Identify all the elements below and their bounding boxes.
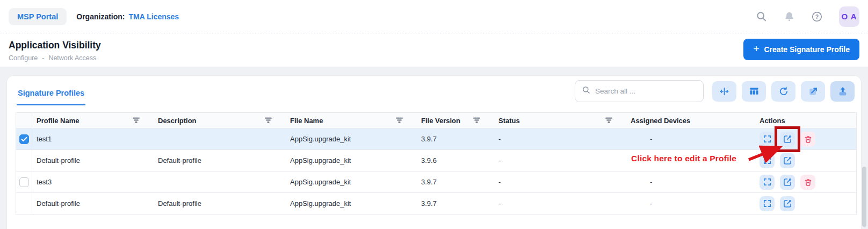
column-header[interactable]: Actions: [755, 117, 856, 125]
cell-actions: [755, 153, 856, 168]
column-label: Description: [158, 117, 197, 125]
cell-file-name: AppSig.upgrade_kit: [286, 135, 417, 143]
page-title: Application Visibility: [9, 40, 101, 51]
breadcrumb-configure[interactable]: Configure: [9, 54, 38, 62]
msp-portal-button[interactable]: MSP Portal: [9, 8, 67, 25]
breadcrumb-separator: -: [42, 54, 44, 62]
bell-icon[interactable]: [783, 11, 795, 23]
table-row[interactable]: test1 AppSig.upgrade_kit 3.9.7 - -: [16, 128, 857, 150]
cell-file-name: AppSig.upgrade_kit: [286, 156, 417, 164]
cell-file-version: 3.9.7: [417, 199, 494, 207]
column-header[interactable]: Status: [494, 117, 626, 125]
cell-profile-name: test1: [32, 135, 154, 143]
search-box[interactable]: [575, 80, 704, 102]
organization-value-link[interactable]: TMA Licenses: [129, 12, 179, 21]
table-row[interactable]: Default-profile Default-profile AppSig.u…: [16, 193, 857, 214]
search-icon[interactable]: [755, 11, 767, 23]
search-input-icon: [582, 85, 591, 97]
column-label: Status: [498, 117, 520, 125]
edit-icon[interactable]: [780, 196, 795, 211]
cell-status: -: [494, 156, 626, 164]
column-label: File Name: [290, 117, 323, 125]
header-checkbox-column: [16, 113, 32, 128]
column-label: Assigned Devices: [631, 117, 690, 125]
column-header[interactable]: File Version: [417, 117, 494, 125]
delete-icon[interactable]: [800, 175, 815, 190]
signature-profiles-table: Profile Name Description File Name File …: [16, 112, 857, 214]
svg-text:?: ?: [815, 13, 819, 19]
filter-icon[interactable]: [265, 117, 272, 125]
page-header: Application Visibility Configure - Netwo…: [0, 33, 868, 67]
table-header-row: Profile Name Description File Name File …: [16, 112, 857, 128]
open-external-icon[interactable]: [801, 81, 825, 102]
cell-actions: [755, 175, 856, 190]
row-checkbox[interactable]: [19, 177, 29, 187]
edit-icon[interactable]: [780, 175, 795, 190]
expand-icon[interactable]: [760, 153, 775, 168]
filter-icon[interactable]: [473, 117, 480, 125]
signature-profiles-card: Signature Profiles: [6, 75, 862, 229]
topbar: MSP Portal Organization: TMA Licenses ? …: [0, 0, 868, 33]
organization: Organization: TMA Licenses: [76, 12, 179, 21]
table-row[interactable]: test3 AppSig.upgrade_kit 3.9.7 - -: [16, 171, 857, 193]
column-resize-icon[interactable]: [712, 81, 736, 102]
cell-status: -: [494, 178, 626, 186]
cell-file-version: 3.9.7: [417, 178, 494, 186]
table-row[interactable]: Default-profile Default-profile AppSig.u…: [16, 150, 857, 171]
table-body: test1 AppSig.upgrade_kit 3.9.7 - -: [16, 128, 857, 214]
cell-status: -: [494, 135, 626, 143]
expand-icon[interactable]: [760, 175, 775, 190]
column-label: File Version: [421, 117, 460, 125]
plus-icon: +: [753, 43, 759, 55]
cell-description: Default-profile: [154, 199, 286, 207]
upload-icon[interactable]: [830, 81, 855, 102]
cell-status: -: [494, 199, 626, 207]
filter-icon[interactable]: [133, 117, 140, 125]
columns-icon[interactable]: [742, 81, 766, 102]
column-label: Profile Name: [37, 117, 79, 125]
column-header[interactable]: File Name: [286, 117, 417, 125]
tab-signature-profiles[interactable]: Signature Profiles: [17, 76, 85, 105]
cell-file-version: 3.9.7: [417, 135, 494, 143]
delete-icon[interactable]: [800, 132, 815, 147]
refresh-icon[interactable]: [771, 81, 795, 102]
column-header[interactable]: Profile Name: [32, 117, 154, 125]
avatar[interactable]: O A: [839, 6, 859, 27]
help-icon[interactable]: ?: [811, 11, 823, 23]
create-signature-profile-button[interactable]: + Create Signature Profile: [743, 39, 859, 60]
create-button-label: Create Signature Profile: [764, 45, 850, 54]
row-checkbox[interactable]: [19, 134, 29, 144]
expand-icon[interactable]: [760, 196, 775, 211]
cell-description: Default-profile: [154, 156, 286, 164]
organization-label: Organization:: [76, 12, 125, 21]
column-header[interactable]: Description: [154, 117, 286, 125]
main-content: Signature Profiles: [0, 67, 868, 229]
cell-assigned-devices: -: [626, 178, 755, 186]
edit-icon[interactable]: [780, 132, 795, 147]
filter-icon[interactable]: [396, 117, 403, 125]
cell-file-name: AppSig.upgrade_kit: [286, 178, 417, 186]
breadcrumb-network-access[interactable]: Network Access: [48, 54, 96, 62]
cell-assigned-devices: -: [626, 199, 755, 207]
cell-file-name: AppSig.upgrade_kit: [286, 199, 417, 207]
filter-icon[interactable]: [605, 117, 612, 125]
column-label: Actions: [760, 117, 785, 125]
search-input[interactable]: [595, 87, 697, 95]
column-header[interactable]: Assigned Devices: [626, 117, 755, 125]
cell-file-version: 3.9.6: [417, 156, 494, 164]
cell-assigned-devices: -: [626, 135, 755, 143]
edit-icon[interactable]: [780, 153, 795, 168]
expand-icon[interactable]: [760, 132, 775, 147]
breadcrumb: Configure - Network Access: [9, 54, 101, 62]
cell-actions: [755, 132, 856, 147]
cell-profile-name: test3: [32, 178, 154, 186]
cell-profile-name: Default-profile: [32, 199, 154, 207]
cell-actions: [755, 196, 856, 211]
cell-profile-name: Default-profile: [32, 156, 154, 164]
vertical-scrollbar[interactable]: [862, 167, 866, 227]
